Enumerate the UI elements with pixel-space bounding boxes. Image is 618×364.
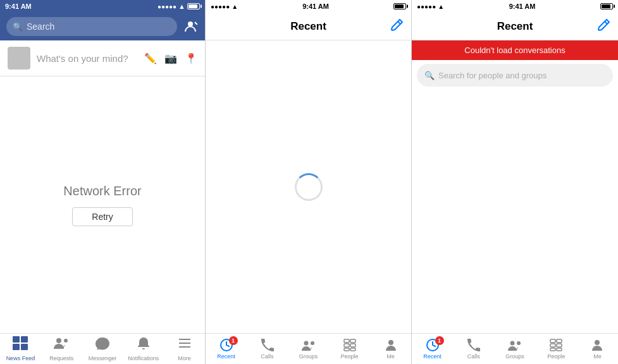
compose-button-2[interactable] [390,18,404,35]
svg-line-1 [195,22,197,25]
error-banner: Couldn't load conversations [412,40,618,60]
msg3-tab-me[interactable]: Me [577,334,618,364]
msg3-groups-label: Groups [505,353,524,360]
msg-calls-label: Calls [261,353,273,360]
svg-rect-2 [13,336,20,343]
svg-point-13 [304,341,308,346]
post-box[interactable]: What's on your mind? ✏️ 📷 📍 [0,40,205,76]
msg-tab-groups[interactable]: Groups [288,334,329,364]
camera-icon[interactable]: 📷 [164,52,177,64]
svg-point-24 [510,341,515,346]
nav-bar-2: Recent [206,13,411,40]
signal-dots-2: ●●●●● [211,3,230,10]
wifi-2: ▲ [232,3,238,10]
people-search-placeholder: Search for people and groups [438,71,547,80]
network-error-area: Network Error Retry [0,76,205,333]
signal-icon-1: ●●●●● [158,3,176,10]
post-action-icons: ✏️ 📷 📍 [144,52,197,64]
notifications-label: Notifications [128,355,159,361]
people-search-bar[interactable]: 🔍 Search for people and groups [417,64,613,87]
battery-fill-1 [188,4,197,8]
msg3-recent-label: Recent [423,353,442,360]
search-icon-3: 🔍 [424,71,435,80]
svg-line-22 [605,21,607,24]
signal-dots-3: ●●●●● [417,3,436,10]
status-bar-2: ●●●●● ▲ 9:41 AM [206,0,411,13]
svg-point-0 [188,21,193,27]
battery-icon-1 [187,3,200,9]
messenger-label: Messenger [89,355,117,361]
battery-2 [393,3,406,9]
msg-tab-me[interactable]: Me [370,334,411,364]
facebook-panel: 9:41 AM ●●●●● ▲ 🔍 Search What's on your … [0,0,206,364]
requests-icon [53,336,70,354]
battery-fill-3 [602,4,610,8]
network-error-text: Network Error [63,184,141,198]
time-2: 9:41 AM [302,3,329,10]
time-3: 9:41 AM [509,3,536,10]
svg-point-6 [56,338,61,343]
msg-tab-recent[interactable]: 1 Recent [206,334,247,364]
tab-more[interactable]: More [164,334,205,364]
svg-rect-26 [550,339,555,343]
svg-rect-3 [21,336,28,343]
svg-rect-15 [344,339,349,343]
status-icons-1: ●●●●● ▲ [158,3,200,10]
notifications-icon [137,336,151,354]
facebook-search-bar: 🔍 Search [0,13,205,40]
svg-rect-5 [21,344,28,350]
nav-bar-3: Recent [412,13,618,40]
user-avatar [8,47,30,70]
search-placeholder: Search [27,21,54,32]
location-icon[interactable]: 📍 [185,52,197,64]
edit-icon[interactable]: ✏️ [144,52,157,64]
status-bar-3: ●●●●● ▲ 9:41 AM [412,0,618,13]
svg-point-25 [517,341,521,345]
requests-label: Requests [49,355,73,361]
recent-badge-3: 1 [435,336,444,345]
svg-rect-19 [344,348,349,351]
messenger-tab-bar-2: 1 Recent Calls Groups [206,333,411,364]
msg3-tab-calls[interactable]: Calls [453,334,494,364]
messenger-icon [95,336,110,354]
status-right-2 [393,3,406,9]
tab-requests[interactable]: Requests [41,334,82,364]
status-right-3 [600,3,613,9]
svg-rect-20 [350,348,355,351]
msg-tab-calls[interactable]: Calls [247,334,288,364]
svg-rect-18 [350,344,355,347]
svg-rect-29 [557,344,562,347]
search-input-wrap[interactable]: 🔍 Search [6,17,177,36]
svg-rect-4 [13,344,20,350]
msg-recent-label: Recent [217,353,235,360]
facebook-tab-bar: News Feed Requests Messenger [0,333,205,364]
wifi-icon-1: ▲ [178,3,185,10]
nav-title-2: Recent [290,20,326,33]
msg3-tab-people[interactable]: People [536,334,577,364]
svg-point-14 [311,341,314,345]
more-label: More [178,355,191,361]
svg-rect-30 [550,348,555,351]
tab-messenger[interactable]: Messenger [82,334,123,364]
svg-rect-17 [344,344,349,347]
svg-rect-31 [557,348,562,351]
empty-content-area [412,90,618,333]
search-icon: 🔍 [13,22,23,32]
msg3-me-label: Me [593,353,602,360]
tab-notifications[interactable]: Notifications [123,334,164,364]
messenger-error-panel: ●●●●● ▲ 9:41 AM Recent Couldn't load con… [412,0,618,364]
messenger-loading-panel: ●●●●● ▲ 9:41 AM Recent 1 [206,0,412,364]
loading-spinner [295,173,323,201]
svg-rect-16 [350,339,355,343]
msg3-tab-recent[interactable]: 1 Recent [412,334,453,364]
retry-button[interactable]: Retry [72,207,132,226]
compose-button-3[interactable] [596,18,610,35]
msg3-people-label: People [547,353,565,360]
tab-news-feed[interactable]: News Feed [0,334,41,364]
battery-fill-2 [395,4,404,8]
profile-icon[interactable] [182,18,199,35]
msg-tab-people[interactable]: People [329,334,370,364]
post-placeholder-text[interactable]: What's on your mind? [37,53,138,64]
more-icon [178,336,192,354]
msg3-tab-groups[interactable]: Groups [494,334,535,364]
